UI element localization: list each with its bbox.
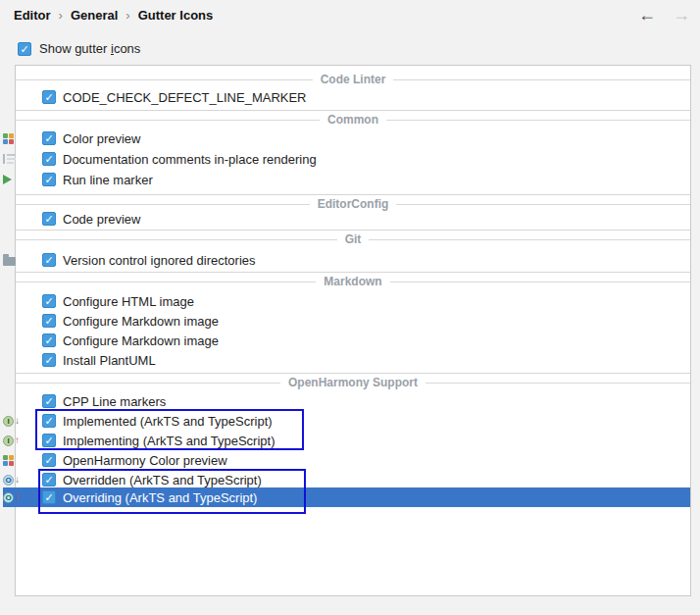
row-doc-comments-rendering[interactable]: ✓ Documentation comments in-place render… — [3, 149, 690, 169]
item-label: Run line marker — [63, 173, 153, 187]
row-implemented[interactable]: I ↓ ✓ Implemented (ArkTS and TypeScript) — [3, 411, 690, 431]
check-icon: ✓ — [20, 43, 28, 55]
item-label: Code preview — [63, 212, 141, 227]
row-version-control-ignored[interactable]: ✓ Version control ignored directories — [3, 250, 690, 270]
forward-arrow-icon: → — [673, 6, 690, 24]
item-checkbox[interactable]: ✓ — [42, 314, 56, 328]
overridden-method-icon: O ↓ — [3, 473, 16, 487]
implementing-method-icon: I ↑ — [3, 434, 16, 447]
item-checkbox[interactable]: ✓ — [42, 490, 56, 504]
chevron-right-icon: › — [59, 8, 63, 23]
row-run-line-marker[interactable]: ✓ Run line marker — [3, 170, 690, 189]
row-configure-markdown-image-1[interactable]: ✓ Configure Markdown image — [3, 311, 690, 331]
item-label: Version control ignored directories — [63, 253, 256, 268]
row-code-check-defect-line-marker[interactable]: ✓ CODE_CHECK_DEFECT_LINE_MARKER — [3, 87, 690, 107]
row-configure-html-image[interactable]: ✓ Configure HTML image — [3, 291, 690, 311]
item-checkbox[interactable]: ✓ — [42, 333, 56, 347]
no-icon — [3, 314, 16, 328]
down-arrow-icon: ↓ — [15, 473, 20, 486]
no-icon — [3, 212, 16, 226]
check-icon: ✓ — [44, 174, 53, 185]
check-icon: ✓ — [44, 454, 53, 466]
check-icon: ✓ — [44, 435, 53, 446]
check-icon: ✓ — [44, 474, 53, 486]
item-checkbox[interactable]: ✓ — [42, 253, 56, 267]
breadcrumb: Editor › General › Gutter Icons — [14, 8, 213, 23]
item-checkbox[interactable]: ✓ — [42, 173, 56, 186]
breadcrumb-general[interactable]: General — [71, 8, 118, 23]
row-cpp-line-markers[interactable]: ✓ CPP Line markers — [3, 391, 690, 411]
item-checkbox[interactable]: ✓ — [42, 90, 56, 104]
row-implementing[interactable]: I ↑ ✓ Implementing (ArkTS and TypeScript… — [3, 431, 690, 450]
down-arrow-icon: ↓ — [15, 414, 20, 427]
check-icon: ✓ — [44, 354, 53, 366]
gutter-icons-list-panel: Code Linter ✓ CODE_CHECK_DEFECT_LINE_MAR… — [15, 65, 691, 596]
check-icon: ✓ — [44, 415, 53, 427]
item-checkbox[interactable]: ✓ — [42, 394, 56, 408]
show-gutter-icons-label: Show gutter icons — [39, 41, 140, 56]
row-configure-markdown-image-2[interactable]: ✓ Configure Markdown image — [3, 331, 690, 350]
run-marker-icon — [3, 173, 16, 186]
no-icon — [3, 294, 16, 308]
breadcrumb-editor[interactable]: Editor — [14, 8, 51, 23]
item-checkbox[interactable]: ✓ — [42, 414, 56, 428]
section-header-code-linter: Code Linter — [16, 70, 690, 89]
section-header-openharmony-support: OpenHarmony Support — [16, 373, 690, 392]
item-checkbox[interactable]: ✓ — [42, 212, 56, 226]
up-arrow-icon: ↑ — [15, 434, 20, 446]
item-checkbox[interactable]: ✓ — [42, 473, 56, 487]
check-icon: ✓ — [44, 334, 53, 346]
item-checkbox[interactable]: ✓ — [42, 294, 56, 308]
up-arrow-icon: ↑ — [15, 490, 20, 503]
row-overridden[interactable]: O ↓ ✓ Overridden (ArkTS and TypeScript) — [3, 470, 690, 489]
item-label: Configure Markdown image — [63, 314, 219, 329]
item-checkbox[interactable]: ✓ — [42, 434, 56, 447]
check-icon: ✓ — [44, 254, 53, 266]
row-overriding-selected[interactable]: O ↑ ✓ Overriding (ArkTS and TypeScript) — [3, 487, 690, 507]
item-label: Implemented (ArkTS and TypeScript) — [63, 414, 273, 429]
no-icon — [3, 394, 16, 408]
doc-comments-icon — [3, 152, 16, 166]
row-install-plantuml[interactable]: ✓ Install PlantUML — [3, 350, 690, 370]
row-openharmony-color-preview[interactable]: ✓ OpenHarmony Color preview — [3, 450, 690, 470]
item-label: Implementing (ArkTS and TypeScript) — [63, 434, 275, 448]
section-header-git: Git — [16, 230, 690, 249]
row-code-preview[interactable]: ✓ Code preview — [3, 209, 690, 229]
show-gutter-icons-option[interactable]: ✓ Show gutter icons — [18, 41, 140, 56]
back-arrow-icon[interactable]: ← — [638, 6, 656, 24]
check-icon: ✓ — [44, 132, 53, 144]
row-color-preview[interactable]: ✓ Color preview — [3, 128, 690, 148]
item-checkbox[interactable]: ✓ — [42, 353, 56, 367]
item-label: Configure Markdown image — [63, 333, 219, 348]
item-label: CODE_CHECK_DEFECT_LINE_MARKER — [63, 90, 307, 105]
item-label: Install PlantUML — [63, 353, 156, 368]
item-label: Overriding (ArkTS and TypeScript) — [63, 490, 257, 505]
item-checkbox[interactable]: ✓ — [42, 453, 56, 467]
check-icon: ✓ — [44, 153, 53, 165]
breadcrumb-gutter-icons: Gutter Icons — [138, 8, 214, 23]
check-icon: ✓ — [44, 91, 53, 103]
history-nav: ← → — [638, 6, 690, 24]
no-icon — [3, 353, 16, 367]
item-label: Documentation comments in-place renderin… — [63, 152, 317, 167]
implemented-method-icon: I ↓ — [3, 414, 16, 428]
item-label: CPP Line markers — [63, 394, 166, 409]
no-icon — [3, 90, 16, 104]
item-label: Color preview — [63, 131, 140, 146]
check-icon: ✓ — [44, 295, 53, 307]
item-label: Configure HTML image — [63, 294, 194, 309]
show-gutter-icons-checkbox[interactable]: ✓ — [18, 42, 31, 56]
section-header-markdown: Markdown — [16, 272, 690, 291]
no-icon — [3, 333, 16, 347]
item-checkbox[interactable]: ✓ — [42, 152, 56, 166]
check-icon: ✓ — [44, 395, 53, 407]
item-checkbox[interactable]: ✓ — [42, 131, 56, 145]
check-icon: ✓ — [44, 315, 53, 327]
section-header-common: Common — [16, 110, 690, 129]
item-label: Overridden (ArkTS and TypeScript) — [63, 473, 262, 487]
chevron-right-icon: › — [125, 8, 129, 23]
folder-icon — [3, 253, 16, 267]
check-icon: ✓ — [44, 491, 53, 503]
color-preview-icon — [3, 453, 16, 467]
color-preview-icon — [3, 131, 16, 145]
